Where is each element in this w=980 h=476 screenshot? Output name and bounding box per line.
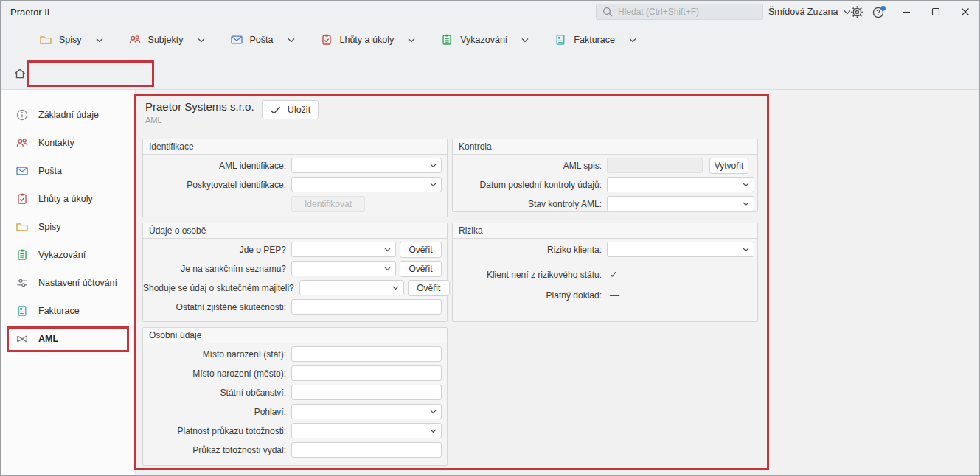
field-label: AML spis: (453, 161, 607, 171)
statni-obcanstvi-field[interactable] (291, 385, 442, 400)
user-menu[interactable]: Šmídová Zuzana (768, 0, 851, 24)
chevron-down-icon (743, 183, 749, 187)
overit-majitel-button[interactable]: Ověřit (408, 280, 450, 296)
page-subtitle: AML (145, 116, 254, 125)
aml-spis-field (607, 158, 703, 173)
platnost-prukazu-select[interactable] (291, 423, 442, 438)
aml-identifikace-select[interactable] (291, 158, 442, 173)
search-input[interactable] (618, 7, 757, 17)
menu-item-posta[interactable]: Pošta (230, 33, 295, 46)
menu-item-fakturace[interactable]: Fakturace (554, 33, 636, 46)
invoice-document-icon (15, 304, 29, 318)
menu-item-spisy[interactable]: Spisy (39, 33, 103, 46)
help-button[interactable] (870, 3, 888, 21)
chevron-down-icon (521, 38, 529, 43)
people-icon (15, 136, 29, 150)
chevron-down-icon (392, 286, 399, 290)
maximize-button[interactable] (925, 1, 946, 22)
app-window: Praetor II Šmídová Zuzana (0, 0, 980, 476)
clipboard-check-icon (15, 192, 29, 206)
menu-item-subjekty[interactable]: Subjekty (128, 33, 205, 46)
page-title: Praetor Systems s.r.o. (145, 99, 254, 113)
sidebar-item-label: Spisy (38, 222, 61, 232)
menu-item-label: Subjekty (148, 35, 184, 45)
sankcni-seznam-select[interactable] (291, 261, 396, 276)
misto-narozeni-stat-field[interactable] (291, 346, 442, 362)
clipboard-list-icon (440, 33, 453, 46)
menu-bar: Spisy Subjekty Pošta Lhůty a úkoly (0, 24, 980, 56)
overit-pep-button[interactable]: Ověřit (400, 242, 442, 258)
riziko-klienta-select[interactable] (607, 242, 754, 257)
envelope-icon (230, 33, 243, 46)
menu-item-lhuty-a-ukoly[interactable]: Lhůty a úkoly (320, 33, 416, 46)
section-kontrola: Kontrola AML spis: Vytvořit Datum posled… (452, 139, 758, 212)
prukaz-vydal-field[interactable] (291, 442, 442, 458)
save-button[interactable]: Uložit (262, 100, 319, 119)
people-icon (128, 33, 142, 46)
identifikovat-button: Identifikovat (291, 196, 365, 212)
chevron-down-icon (743, 202, 749, 206)
main-content: Praetor Systems s.r.o. AML Uložit Identi… (136, 90, 980, 476)
section-osobni-udaje: Osobní údaje Místo narození (stát): Míst… (142, 327, 448, 466)
sidebar-item-spisy[interactable]: Spisy (0, 213, 135, 241)
home-button[interactable] (10, 64, 29, 83)
vytvorit-button[interactable]: Vytvořit (709, 158, 748, 174)
chevron-down-icon (288, 38, 295, 43)
help-notification-icon (872, 5, 886, 19)
settings-button[interactable] (848, 3, 866, 21)
app-title: Praetor II (10, 0, 49, 24)
rizikovy-stat-value: ✓ (610, 269, 618, 280)
datum-kontroly-select[interactable] (607, 177, 754, 192)
field-label: Platný doklad: (453, 290, 607, 301)
sidebar-item-posta[interactable]: Pošta (0, 157, 135, 185)
field-label: Poskytovatel identifikace: (143, 180, 291, 190)
pohlavi-select[interactable] (291, 404, 442, 419)
chevron-down-icon (629, 38, 636, 43)
sidebar: Základní údaje Kontakty Pošta Lhůty a úk… (0, 90, 136, 476)
sidebar-item-label: Fakturace (38, 306, 80, 316)
field-label: Průkaz totožnosti vydal: (143, 445, 291, 455)
section-title: Osobní údaje (143, 328, 447, 343)
global-search[interactable] (596, 4, 763, 20)
sidebar-item-fakturace[interactable]: Fakturace (0, 297, 135, 325)
pep-select[interactable] (291, 242, 396, 257)
menu-item-vykazovani[interactable]: Vykazování (440, 33, 529, 46)
home-icon (13, 66, 27, 81)
sidebar-item-label: Pošta (38, 166, 62, 176)
stav-kontroly-select[interactable] (607, 196, 754, 211)
sidebar-item-vykazovani[interactable]: Vykazování (0, 241, 135, 269)
chevron-down-icon (430, 429, 437, 433)
clipboard-check-icon (320, 33, 333, 46)
minimize-button[interactable] (896, 1, 917, 22)
save-button-label: Uložit (288, 105, 310, 115)
sidebar-item-label: Vykazování (38, 250, 86, 260)
section-udaje-o-osobe: Údaje o osobě Jde o PEP? Ověřit Je na sa… (142, 223, 448, 322)
chevron-down-icon (430, 410, 437, 414)
close-button[interactable] (955, 1, 976, 22)
chevron-down-icon (96, 38, 103, 43)
field-label: Stav kontroly AML: (453, 199, 607, 209)
skutecny-majitel-select[interactable] (299, 280, 404, 295)
gear-icon (850, 5, 864, 19)
sidebar-item-lhuty-a-ukoly[interactable]: Lhůty a úkoly (0, 185, 135, 213)
sidebar-item-aml[interactable]: AML (0, 325, 135, 353)
sidebar-item-label: Základní údaje (38, 110, 99, 120)
misto-narozeni-mesto-field[interactable] (291, 365, 442, 381)
overit-sankce-button[interactable]: Ověřit (400, 261, 442, 277)
field-label: Klient není z rizikového státu: (453, 270, 607, 280)
sidebar-item-nastaveni-uctovani[interactable]: Nastavení účtování (0, 269, 135, 297)
folder-icon (39, 33, 52, 46)
section-rizika: Rizika Riziko klienta: Klient není z riz… (452, 223, 758, 322)
title-bar: Praetor II Šmídová Zuzana (0, 0, 980, 24)
platny-doklad-value: — (610, 290, 619, 301)
section-identifikace: Identifikace AML identifikace: Poskytova… (142, 139, 448, 217)
close-icon (960, 7, 970, 17)
menu-item-label: Pošta (250, 35, 274, 45)
poskytovatel-identifikace-select[interactable] (291, 177, 442, 192)
sidebar-item-kontakty[interactable]: Kontakty (0, 129, 135, 157)
sidebar-item-label: Nastavení účtování (38, 278, 117, 288)
ostatni-skutecnosti-field[interactable] (291, 299, 442, 315)
clipboard-list-icon (15, 248, 29, 262)
menu-item-label: Fakturace (574, 35, 615, 45)
sidebar-item-zakladni-udaje[interactable]: Základní údaje (0, 101, 135, 129)
